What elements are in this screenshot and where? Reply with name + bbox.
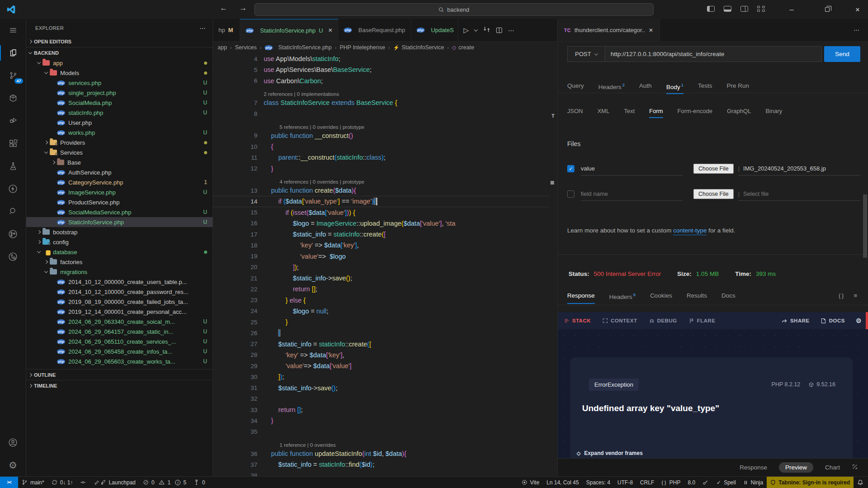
breadcrumb-item-php-intelephense[interactable]: PHP Intelephense bbox=[340, 44, 385, 51]
panel-more-actions-icon[interactable]: ⋯ bbox=[854, 27, 860, 33]
code-line-29[interactable]: 29 'value'=> $data['value'] bbox=[213, 360, 549, 371]
tree-item-2014-10-12-100000-create-password-res-[interactable]: php2014_10_12_100000_create_password_res… bbox=[26, 287, 213, 297]
tree-item-factories[interactable]: factories bbox=[26, 257, 213, 267]
code-line-7[interactable]: 7class StaticInfoService extends BaseSer… bbox=[213, 97, 549, 108]
content-type-link[interactable]: content-type bbox=[673, 227, 707, 235]
body-tab-form[interactable]: Form bbox=[649, 108, 663, 118]
code-line-25[interactable]: 25 } bbox=[213, 317, 549, 327]
codelens[interactable]: 4 references | 0 overrides | prototype bbox=[213, 174, 549, 185]
tree-item-app[interactable]: app bbox=[26, 58, 213, 68]
search-command-center[interactable]: backend bbox=[254, 3, 654, 16]
tab-partial[interactable]: hp M bbox=[213, 19, 240, 41]
request-tab-query[interactable]: Query bbox=[567, 82, 584, 94]
close-button[interactable]: ✕ bbox=[847, 0, 868, 19]
send-button[interactable]: Send bbox=[824, 46, 860, 62]
code-line-8[interactable]: 8 bbox=[213, 108, 549, 119]
code-line-35[interactable]: 35 bbox=[213, 426, 549, 437]
request-tab-auth[interactable]: Auth bbox=[639, 82, 652, 94]
code-line-36[interactable]: 36 public function updateStaticInfo(int … bbox=[213, 448, 549, 459]
code-line-27[interactable]: 27 $static_info = staticInfo::create([ bbox=[213, 339, 549, 350]
field-name-input[interactable]: field name bbox=[581, 187, 683, 201]
url-input[interactable]: http://127.0.0.1:8000/api/static_info/cr… bbox=[605, 46, 822, 62]
tree-item-models[interactable]: Models bbox=[26, 68, 213, 78]
response-tab-docs[interactable]: Docs bbox=[721, 292, 735, 304]
statusbar-notifications[interactable] bbox=[854, 477, 868, 488]
expand-vendor-frames[interactable]: ◇ Expand vendor frames bbox=[577, 450, 643, 456]
body-tab-graphql[interactable]: GraphQL bbox=[727, 108, 751, 118]
minimize-button[interactable]: ─ bbox=[781, 0, 802, 19]
panel-scrollbar[interactable] bbox=[863, 194, 867, 258]
tree-item-staticinfo-php[interactable]: phpstaticInfo.phpU bbox=[26, 108, 213, 118]
account-icon[interactable] bbox=[0, 431, 26, 454]
code-line-28[interactable]: 28 'key' => $data['key'], bbox=[213, 350, 549, 360]
request-tab-pre-run[interactable]: Pre Run bbox=[726, 82, 749, 94]
ignition-tab-context[interactable]: CONTEXT bbox=[602, 318, 637, 323]
statusbar-encoding[interactable]: UTF-8 bbox=[614, 477, 636, 488]
tab-updatestatic[interactable]: php UpdateS bbox=[411, 19, 458, 41]
statusbar-git-sync[interactable]: 0↓ 1↑ bbox=[48, 477, 77, 488]
body-tab-xml[interactable]: XML bbox=[598, 108, 610, 118]
section-root-backend[interactable]: BACKEND bbox=[26, 47, 213, 58]
split-editor-icon[interactable] bbox=[496, 28, 502, 33]
expand-response-icon[interactable] bbox=[852, 464, 858, 471]
tree-item-2024-06-29-064157-create-static-in-[interactable]: php2024_06_29_064157_create_static_in...… bbox=[26, 327, 213, 336]
statusbar-key[interactable] bbox=[699, 477, 713, 488]
codelens[interactable]: 5 references | 0 overrides | prototype bbox=[213, 119, 549, 130]
code-line-5[interactable]: 5use App\Services\Base\BaseService; bbox=[213, 64, 549, 75]
code-line-21[interactable]: 21 $static_info->save(); bbox=[213, 273, 549, 284]
statusbar-eol[interactable]: CRLF bbox=[636, 477, 658, 488]
tree-item-2019-08-19-000000-create-failed-jobs-ta-[interactable]: php2019_08_19_000000_create_failed_jobs_… bbox=[26, 297, 213, 307]
breadcrumb-item-create[interactable]: ◇create bbox=[452, 44, 474, 51]
code-line-9[interactable]: 9 public function __construct() bbox=[213, 130, 549, 141]
explorer-icon[interactable] bbox=[0, 42, 26, 64]
body-tab-binary[interactable]: Binary bbox=[765, 108, 782, 118]
tab-thunderclient[interactable]: TC thunderclient.com/categor.. ✕ bbox=[558, 19, 660, 41]
response-tab-headers[interactable]: Headers9 bbox=[609, 292, 636, 304]
ignition-settings-gear-icon[interactable]: ⚙ bbox=[856, 317, 862, 324]
statusbar-vite[interactable]: Vite bbox=[518, 477, 543, 488]
tree-item-user-php[interactable]: phpUser.php bbox=[26, 118, 213, 128]
toggle-sidebar-icon[interactable] bbox=[707, 6, 715, 12]
testing-icon[interactable] bbox=[0, 155, 26, 177]
body-tab-json[interactable]: JSON bbox=[567, 108, 583, 118]
tree-item-staticinfoservice-php[interactable]: phpStaticInfoService.phpU bbox=[26, 217, 213, 227]
code-line-24[interactable]: 24 $logo = null; bbox=[213, 306, 549, 317]
code-line-30[interactable]: 30 ]); bbox=[213, 371, 549, 382]
tree-item-bootstrap[interactable]: bootstrap bbox=[26, 227, 213, 237]
tab-baserequest[interactable]: php BaseRequest.php bbox=[338, 19, 411, 41]
request-tab-tests[interactable]: Tests bbox=[698, 82, 712, 94]
source-control-icon[interactable]: 47 bbox=[0, 64, 26, 87]
tree-item-categoryservice-php[interactable]: phpCategoryService.php1 bbox=[26, 177, 213, 187]
choose-file-button[interactable]: Choose File bbox=[693, 189, 734, 199]
code-line-11[interactable]: 11 parent::__construct(staticInfo::class… bbox=[213, 152, 549, 163]
code-line-22[interactable]: 22 return []; bbox=[213, 284, 549, 294]
tree-item-2014-10-12-000000-create-users-table-p-[interactable]: php2014_10_12_000000_create_users_table.… bbox=[26, 277, 213, 287]
close-tab-icon[interactable]: ✕ bbox=[649, 27, 653, 33]
code-line-23[interactable]: 23 } else { bbox=[213, 295, 549, 306]
statusbar-language-mode[interactable]: { }PHP bbox=[658, 477, 684, 488]
toggle-panel-icon[interactable] bbox=[724, 6, 731, 12]
code-line-34[interactable]: 34 } bbox=[213, 415, 549, 426]
tree-item-providers[interactable]: ⚙Providers bbox=[26, 137, 213, 147]
checkbox-checked-icon[interactable]: ✓ bbox=[567, 165, 574, 172]
nav-forward-button[interactable]: → bbox=[239, 4, 247, 13]
remote-indicator[interactable]: >< bbox=[0, 477, 18, 488]
code-line-31[interactable]: 31 $static_info->save(); bbox=[213, 383, 549, 393]
section-open-editors[interactable]: OPEN EDITORS bbox=[26, 36, 213, 47]
request-tab-headers[interactable]: Headers2 bbox=[598, 82, 625, 94]
statusbar-php-version[interactable]: 8.0 bbox=[684, 477, 699, 488]
code-line-19[interactable]: 19 'value'=> $logo bbox=[213, 251, 549, 262]
ignition-action-share[interactable]: SHARE bbox=[782, 318, 810, 324]
run-file-icon[interactable]: ▷ bbox=[464, 26, 469, 34]
tree-item-productservice-php[interactable]: phpProductService.php bbox=[26, 197, 213, 207]
tree-item-imageservice-php[interactable]: phpImageService.phpU bbox=[26, 187, 213, 197]
code-line-37[interactable]: 37 $static_info = staticInfo::find($id); bbox=[213, 459, 549, 470]
statusbar-problems[interactable]: 01i5 bbox=[139, 477, 190, 488]
code-line-17[interactable]: 17 $static_info = staticInfo::create([ bbox=[213, 229, 549, 240]
response-menu-icon[interactable]: ≡ bbox=[854, 292, 857, 299]
tab-staticinfoservice[interactable]: php StaticInfoService.php U ✕ bbox=[240, 19, 338, 41]
method-select[interactable]: POST bbox=[567, 46, 605, 62]
nav-back-button[interactable]: ← bbox=[220, 4, 228, 13]
tree-item-2024-06-29-065603-create-works-ta-[interactable]: php2024_06_29_065603_create_works_ta...U bbox=[26, 356, 213, 366]
request-tab-body[interactable]: Body1 bbox=[666, 82, 683, 94]
